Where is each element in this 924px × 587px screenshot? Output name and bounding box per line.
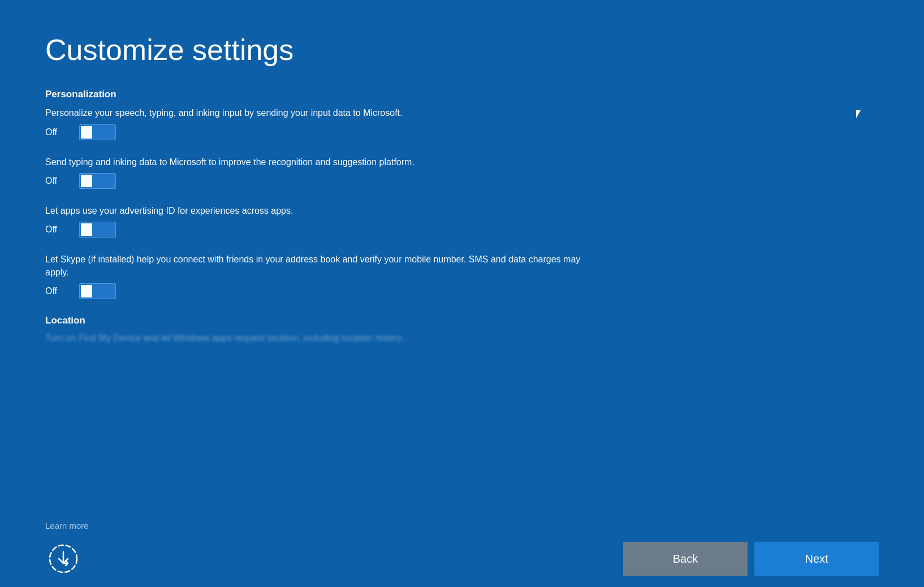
speech-typing-toggle-label: Off bbox=[45, 127, 68, 137]
location-description-blurred: Turn on Find My Device and let Windows a… bbox=[45, 333, 554, 343]
page-container: Customize settings Personalization Perso… bbox=[0, 0, 924, 587]
advertising-id-toggle-row: Off bbox=[45, 222, 879, 238]
download-icon bbox=[48, 543, 79, 575]
back-button[interactable]: Back bbox=[623, 542, 748, 576]
advertising-id-toggle[interactable] bbox=[79, 222, 116, 238]
skype-toggle-row: Off bbox=[45, 283, 879, 299]
typing-inking-toggle-row: Off bbox=[45, 173, 879, 189]
speech-typing-toggle[interactable] bbox=[79, 124, 116, 140]
typing-inking-description: Send typing and inking data to Microsoft… bbox=[45, 156, 599, 169]
advertising-id-description: Let apps use your advertising ID for exp… bbox=[45, 205, 599, 217]
bottom-bar: Back Next bbox=[0, 530, 924, 587]
toggle-thumb-4 bbox=[81, 285, 92, 297]
toggle-thumb-1 bbox=[81, 126, 92, 139]
speech-typing-description: Personalize your speech, typing, and ink… bbox=[45, 107, 599, 119]
nav-buttons: Back Next bbox=[623, 542, 879, 576]
typing-inking-toggle-label: Off bbox=[45, 176, 68, 186]
page-title: Customize settings bbox=[45, 34, 879, 66]
location-label: Location bbox=[45, 315, 879, 326]
skype-toggle-label: Off bbox=[45, 286, 68, 296]
next-button[interactable]: Next bbox=[754, 542, 879, 576]
speech-typing-toggle-row: Off bbox=[45, 124, 879, 140]
advertising-id-toggle-label: Off bbox=[45, 225, 68, 235]
learn-more-link[interactable]: Learn more bbox=[45, 521, 89, 530]
download-icon-container bbox=[45, 541, 81, 577]
personalization-section: Personalization Personalize your speech,… bbox=[45, 89, 879, 299]
location-section: Location Turn on Find My Device and let … bbox=[45, 315, 879, 343]
skype-description: Let Skype (if installed) help you connec… bbox=[45, 253, 599, 279]
skype-toggle[interactable] bbox=[79, 283, 116, 299]
personalization-label: Personalization bbox=[45, 89, 879, 100]
settings-content: Personalization Personalize your speech,… bbox=[45, 89, 879, 587]
toggle-thumb-2 bbox=[81, 175, 92, 187]
mouse-cursor bbox=[856, 110, 867, 124]
typing-inking-toggle[interactable] bbox=[79, 173, 116, 189]
toggle-thumb-3 bbox=[81, 223, 92, 236]
